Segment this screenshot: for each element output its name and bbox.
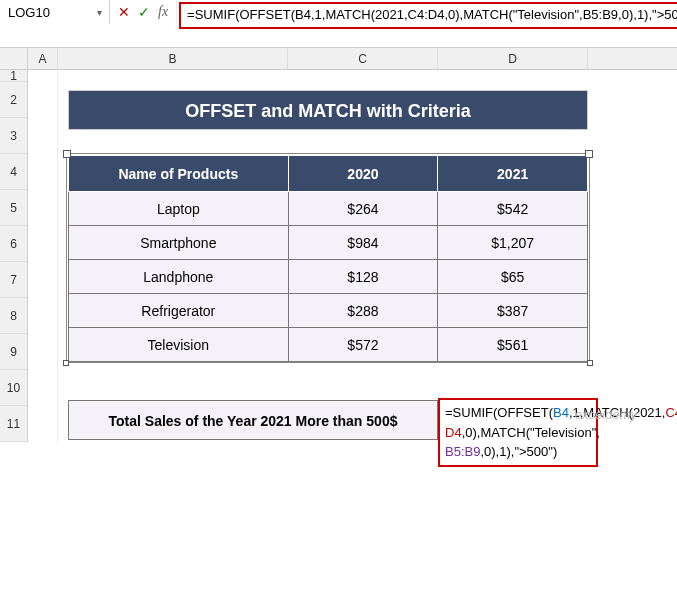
summary-label: Total Sales of the Year 2021 More than 5… bbox=[68, 400, 438, 440]
row-header-10[interactable]: 10 bbox=[0, 370, 27, 406]
fx-icon[interactable]: fx bbox=[158, 4, 168, 20]
row-header-11[interactable]: 11 bbox=[0, 406, 27, 442]
row-header-7[interactable]: 7 bbox=[0, 262, 27, 298]
page-title: OFFSET and MATCH with Criteria bbox=[68, 90, 588, 130]
row-header-6[interactable]: 6 bbox=[0, 226, 27, 262]
formula-input[interactable]: =SUMIF(OFFSET(B4,1,MATCH(2021,C4:D4,0),M… bbox=[179, 2, 677, 29]
row-header-5[interactable]: 5 bbox=[0, 190, 27, 226]
table-row: Refrigerator $288 $387 bbox=[69, 294, 588, 328]
table-row: Television $572 $561 bbox=[69, 328, 588, 362]
cell-2020[interactable]: $264 bbox=[288, 192, 438, 226]
grid-body: 1 2 3 4 5 6 7 8 9 10 11 OFFSET and MATCH… bbox=[0, 70, 677, 442]
formula-token: ,0),1),">500") bbox=[480, 444, 557, 459]
cell-product[interactable]: Refrigerator bbox=[69, 294, 289, 328]
table-row: Laptop $264 $542 bbox=[69, 192, 588, 226]
formula-ref-c4d4: C4: bbox=[665, 405, 677, 420]
cell-2021[interactable]: $542 bbox=[438, 192, 588, 226]
enter-icon[interactable]: ✓ bbox=[138, 4, 150, 20]
table-header-row: Name of Products 2020 2021 bbox=[69, 156, 588, 192]
row-header-1[interactable]: 1 bbox=[0, 70, 27, 82]
formula-token: ,0),MATCH("Television", bbox=[462, 425, 600, 440]
cell-2020[interactable]: $984 bbox=[288, 226, 438, 260]
row-header-3[interactable]: 3 bbox=[0, 118, 27, 154]
formula-token: =SUMIF(OFFSET( bbox=[445, 405, 553, 420]
formula-ref-c4d4: D4 bbox=[445, 425, 462, 440]
name-box-container: ▾ bbox=[0, 0, 110, 24]
cell-2020[interactable]: $572 bbox=[288, 328, 438, 362]
cancel-icon[interactable]: ✕ bbox=[118, 4, 130, 20]
cell-product[interactable]: Smartphone bbox=[69, 226, 289, 260]
cell-product[interactable]: Laptop bbox=[69, 192, 289, 226]
table-row: Smartphone $984 $1,207 bbox=[69, 226, 588, 260]
name-box-dropdown-icon[interactable]: ▾ bbox=[94, 7, 105, 18]
header-2021: 2021 bbox=[438, 156, 588, 192]
column-headers: A B C D bbox=[0, 48, 677, 70]
cell-product[interactable]: Television bbox=[69, 328, 289, 362]
formula-bar: ▾ ✕ ✓ fx =SUMIF(OFFSET(B4,1,MATCH(2021,C… bbox=[0, 0, 677, 48]
cell-2021[interactable]: $65 bbox=[438, 260, 588, 294]
formula-bar-buttons: ✕ ✓ fx bbox=[110, 0, 177, 24]
col-header-A[interactable]: A bbox=[28, 48, 58, 69]
cell-2020[interactable]: $128 bbox=[288, 260, 438, 294]
cell-2021[interactable]: $1,207 bbox=[438, 226, 588, 260]
products-table: Name of Products 2020 2021 Laptop $264 $… bbox=[68, 155, 588, 362]
grid-content[interactable]: OFFSET and MATCH with Criteria Name of P… bbox=[28, 70, 677, 442]
row-header-9[interactable]: 9 bbox=[0, 334, 27, 370]
row-header-2[interactable]: 2 bbox=[0, 82, 27, 118]
row-header-4[interactable]: 4 bbox=[0, 154, 27, 190]
formula-ref-b4: B4 bbox=[553, 405, 569, 420]
cell-2021[interactable]: $561 bbox=[438, 328, 588, 362]
col-header-D[interactable]: D bbox=[438, 48, 588, 69]
row-header-8[interactable]: 8 bbox=[0, 298, 27, 334]
col-header-C[interactable]: C bbox=[288, 48, 438, 69]
name-box[interactable] bbox=[4, 2, 94, 22]
select-all-corner[interactable] bbox=[0, 48, 28, 69]
table-row: Landphone $128 $65 bbox=[69, 260, 588, 294]
column-A-area bbox=[28, 70, 58, 442]
formula-ref-b5b9: B5:B9 bbox=[445, 444, 480, 459]
watermark: exceldemy bbox=[575, 407, 637, 422]
cell-2021[interactable]: $387 bbox=[438, 294, 588, 328]
header-2020: 2020 bbox=[288, 156, 438, 192]
col-header-B[interactable]: B bbox=[58, 48, 288, 69]
cell-2020[interactable]: $288 bbox=[288, 294, 438, 328]
row-headers: 1 2 3 4 5 6 7 8 9 10 11 bbox=[0, 70, 28, 442]
header-name: Name of Products bbox=[69, 156, 289, 192]
cell-product[interactable]: Landphone bbox=[69, 260, 289, 294]
